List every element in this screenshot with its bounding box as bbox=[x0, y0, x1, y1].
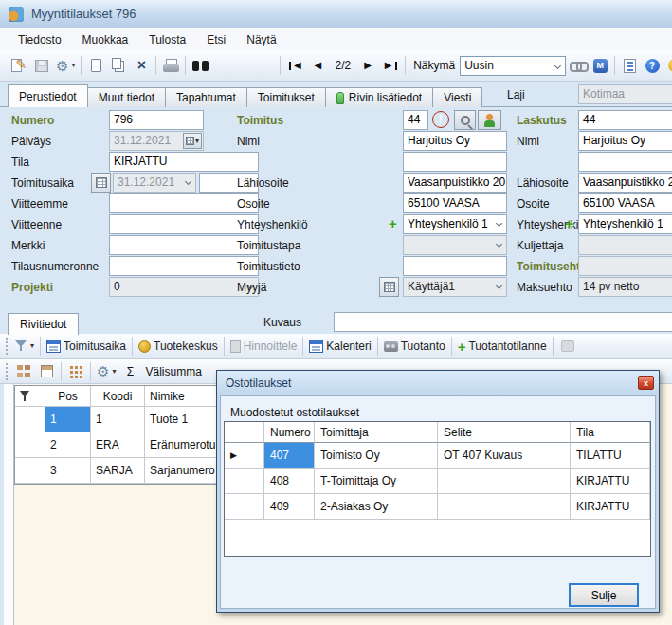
save-button[interactable] bbox=[30, 54, 53, 77]
row-selector[interactable] bbox=[225, 469, 264, 494]
dgrid-header-tila[interactable]: Tila bbox=[571, 422, 650, 443]
dialog-close-button[interactable]: x bbox=[638, 376, 654, 390]
tab-muut-tiedot[interactable]: Muut tiedot bbox=[87, 87, 166, 107]
row-selector[interactable] bbox=[15, 407, 45, 432]
tab-viesti[interactable]: Viesti bbox=[432, 87, 482, 107]
toimitusaika-button[interactable]: Toimitusaika bbox=[44, 335, 129, 358]
nav-next-button[interactable]: ▶ bbox=[356, 54, 379, 77]
row-selector[interactable] bbox=[15, 458, 45, 484]
billing-nimi2-field[interactable] bbox=[578, 152, 672, 172]
menu-item-tulosta[interactable]: Tulosta bbox=[138, 30, 196, 49]
tuotekeskus-button[interactable]: Tuotekeskus bbox=[136, 335, 221, 358]
new-record-button[interactable] bbox=[84, 54, 107, 77]
menu-item-etsi[interactable]: Etsi bbox=[196, 30, 236, 49]
dgrid-header-numero[interactable]: Numero bbox=[264, 422, 315, 443]
tab-tapahtumat[interactable]: Tapahtumat bbox=[165, 87, 247, 107]
dgrid-cell-tila[interactable]: TILATTU bbox=[571, 443, 650, 469]
print-button[interactable] bbox=[159, 54, 182, 77]
grid-cell-pos[interactable]: 1 bbox=[45, 407, 91, 432]
customer-card-button[interactable] bbox=[478, 110, 501, 130]
grid-cell-pos[interactable]: 3 bbox=[45, 458, 91, 484]
menu-item-tiedosto[interactable]: Tiedosto bbox=[8, 30, 72, 49]
add-contact-icon[interactable]: + bbox=[389, 217, 397, 230]
nav-last-button[interactable]: ▶ bbox=[379, 54, 402, 77]
grid-cell-koodi[interactable]: ERA bbox=[91, 432, 145, 458]
dgrid-cell-toimittaja[interactable]: Toimisto Oy bbox=[315, 443, 438, 469]
kuvaus-field[interactable] bbox=[334, 312, 672, 332]
row-selector[interactable]: ▶ bbox=[225, 443, 264, 469]
tab-toimitukset[interactable]: Toimitukset bbox=[246, 87, 326, 107]
dialog-title-bar[interactable]: Ostotilaukset bbox=[217, 371, 659, 395]
tuotantotilanne-button[interactable]: + Tuotantotilanne bbox=[455, 335, 550, 358]
customer-search-button[interactable] bbox=[454, 110, 476, 130]
add-contact-icon[interactable]: + bbox=[565, 217, 573, 230]
dgrid-cell-selite[interactable] bbox=[438, 469, 571, 494]
numero-field[interactable]: 796 bbox=[109, 110, 204, 130]
toimitusaika-calendar-button[interactable] bbox=[91, 173, 111, 193]
edit-button[interactable]: ✎ bbox=[8, 54, 30, 77]
title-bar[interactable]: Myyntitilaukset 796 bbox=[0, 0, 672, 28]
billing-osoite-field[interactable]: 65100 VAASA bbox=[578, 193, 672, 213]
dgrid-header-selite[interactable]: Selite bbox=[438, 422, 571, 443]
list-view-button[interactable] bbox=[618, 54, 641, 77]
myyja-grid-button[interactable] bbox=[379, 277, 399, 297]
grid-cell-pos[interactable]: 2 bbox=[45, 432, 91, 458]
billing-yhteyshenkilo-select[interactable]: Yhteyshenkilö 1 bbox=[578, 214, 672, 234]
delivery-yhteyshenkilo-select[interactable]: Yhteyshenkilö 1 bbox=[403, 214, 507, 234]
search-button[interactable] bbox=[189, 54, 211, 77]
grid-header-selector[interactable] bbox=[15, 386, 45, 407]
dgrid-cell-tila[interactable]: KIRJATTU bbox=[571, 494, 650, 520]
row-selector[interactable] bbox=[225, 494, 264, 520]
tab-perustiedot[interactable]: Perustiedot bbox=[8, 84, 88, 107]
nav-prev-button[interactable]: ◀ bbox=[306, 54, 329, 77]
view-select[interactable]: Uusin bbox=[460, 56, 566, 76]
toimitustieto-field[interactable] bbox=[403, 256, 507, 276]
row-selector[interactable] bbox=[15, 432, 45, 458]
sum-button[interactable]: Σ bbox=[118, 360, 141, 383]
dgrid-cell-tila[interactable]: KIRJATTU bbox=[571, 469, 650, 494]
tab-rivitiedot[interactable]: Rivitiedot bbox=[8, 313, 79, 335]
help-button[interactable]: ? bbox=[641, 54, 663, 77]
database-button[interactable]: M bbox=[589, 54, 611, 77]
grid-header-koodi[interactable]: Koodi bbox=[91, 386, 145, 407]
toolbar-grip[interactable] bbox=[5, 337, 9, 356]
box-list-button[interactable] bbox=[35, 360, 58, 383]
lock-button[interactable] bbox=[663, 54, 672, 77]
dots-grid-button[interactable] bbox=[64, 360, 87, 383]
copy-record-button[interactable] bbox=[107, 54, 130, 77]
delivery-nimi2-field[interactable] bbox=[403, 152, 507, 172]
link-button[interactable] bbox=[566, 54, 589, 77]
dgrid-cell-selite[interactable] bbox=[438, 494, 571, 520]
laskutus-field[interactable]: 44 bbox=[578, 110, 672, 130]
delivery-nimi-field[interactable]: Harjoitus Oy bbox=[403, 131, 507, 151]
dgrid-cell-toimittaja[interactable]: 2-Asiakas Oy bbox=[315, 494, 438, 520]
delivery-osoite-field[interactable]: 65100 VAASA bbox=[403, 193, 507, 213]
nav-first-button[interactable]: ◀ bbox=[283, 54, 306, 77]
dgrid-cell-numero[interactable]: 409 bbox=[264, 494, 315, 520]
settings-dropdown-button[interactable]: ⚙ ▾ bbox=[53, 54, 78, 77]
dgrid-cell-toimittaja[interactable]: T-Toimittaja Oy bbox=[315, 469, 438, 494]
grid-cell-koodi[interactable]: 1 bbox=[91, 407, 145, 432]
delete-record-button[interactable]: × bbox=[130, 54, 153, 77]
dgrid-header-toimittaja[interactable]: Toimittaja bbox=[315, 422, 438, 443]
menu-item-nayta[interactable]: Näytä bbox=[236, 30, 286, 49]
delivery-lahiosoite-field[interactable]: Vaasanpuistikko 20 bbox=[403, 173, 507, 193]
menu-item-muokkaa[interactable]: Muokkaa bbox=[72, 30, 139, 49]
tuotanto-button[interactable]: Tuotanto bbox=[381, 335, 448, 358]
filter-dropdown-button[interactable]: ▾ bbox=[12, 335, 37, 358]
kalenteri-button[interactable]: Kalenteri bbox=[306, 335, 373, 358]
dgrid-cell-numero[interactable]: 407 bbox=[264, 443, 315, 469]
billing-nimi-field[interactable]: Harjoitus Oy bbox=[578, 131, 672, 151]
toolbar-grip[interactable] bbox=[5, 362, 9, 381]
dgrid-cell-selite[interactable]: OT 407 Kuvaus bbox=[438, 443, 571, 469]
dgrid-cell-numero[interactable]: 408 bbox=[264, 469, 315, 494]
paivays-calendar-button[interactable]: ▾ bbox=[183, 133, 202, 149]
pallet-button[interactable] bbox=[12, 360, 35, 383]
myyja-select[interactable]: Käyttäjä1 bbox=[403, 277, 507, 297]
tab-rivin-lisatiedot[interactable]: Rivin lisätiedot bbox=[325, 87, 433, 107]
toimitus-field[interactable]: 44 bbox=[403, 110, 428, 130]
grid-cell-koodi[interactable]: SARJA bbox=[91, 458, 145, 484]
grid-header-pos[interactable]: Pos bbox=[45, 386, 91, 407]
tila-field[interactable]: KIRJATTU bbox=[109, 152, 259, 172]
grid-settings-button[interactable]: ⚙ ▾ bbox=[94, 360, 118, 383]
